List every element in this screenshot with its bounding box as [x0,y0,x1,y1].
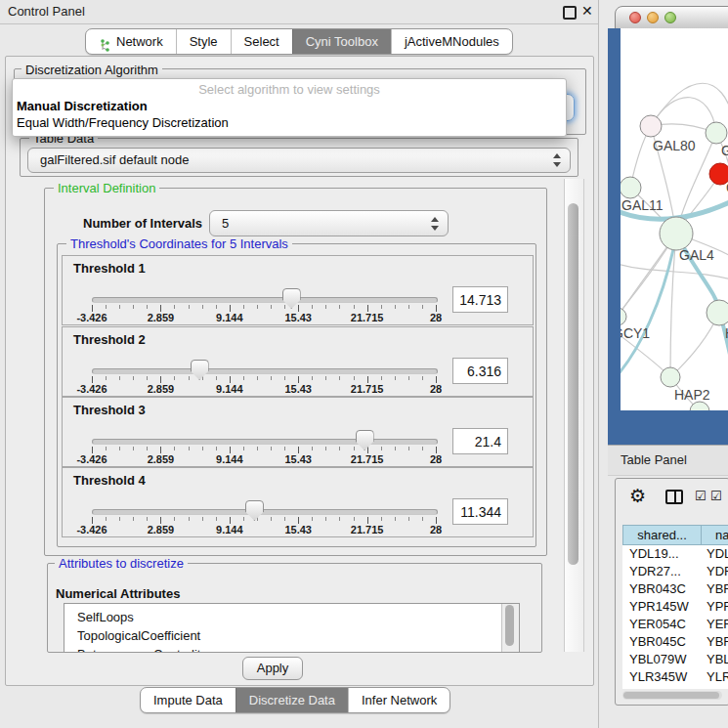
panel-scrollbar-thumb[interactable] [568,203,578,565]
threshold-value-field[interactable]: 14.713 [452,286,508,313]
close-icon[interactable]: ✕ [581,3,593,19]
network-node-gcy1[interactable] [621,308,626,325]
tick-mark [92,447,93,453]
cell-shared-name: YDR27... [622,563,702,580]
table-rows: YDL19...YDL1YDR27...YDR2YBR043CYBR0YPR14… [622,545,728,689]
tick-mark [106,447,107,450]
tick-mark [284,447,285,450]
tick-mark [395,517,396,521]
threshold-value-field[interactable]: 6.316 [452,358,508,384]
tick-mark [202,447,203,450]
network-node-h[interactable] [707,300,728,325]
table-horizontal-scrollbar[interactable] [622,691,722,700]
tab-label: Cyni Toolbox [306,29,378,54]
network-window-titlebar[interactable] [615,6,728,30]
scale-label: 28 [430,453,442,465]
number-of-intervals-combo[interactable]: 5 [209,210,449,236]
node-label-gal80: GAL80 [653,138,696,153]
tick-mark [408,376,409,380]
minimize-traffic-light-icon[interactable] [647,12,659,23]
apply-button[interactable]: Apply [242,657,303,680]
table-row[interactable]: YLR345WYLR3 [622,668,728,686]
node-label-gal: GAL [721,143,728,158]
zoom-traffic-light-icon[interactable] [664,12,676,23]
tab-network[interactable]: Network [86,29,176,54]
network-node-hap2[interactable] [661,367,680,387]
network-node-gal80[interactable] [640,115,662,137]
algorithm-option-manual-discretization[interactable]: Manual Discretization [17,99,148,114]
tab-style[interactable]: Style [176,29,231,54]
table-row[interactable]: YIL052CYIL0 [622,686,728,689]
table-scrollbar-thumb[interactable] [623,692,719,699]
tick-mark [230,517,231,524]
tick-mark [230,376,231,383]
list-item[interactable]: TopologicalCoefficient [77,626,200,645]
tab-label: Impute Data [153,688,223,712]
gear-icon[interactable]: ⚙ [629,485,646,506]
table-row[interactable]: YDL19...YDL1 [622,545,728,563]
algorithm-option-equal-width-frequency-discretization[interactable]: Equal Width/Frequency Discretization [17,115,229,131]
attributes-scrollbar-thumb[interactable] [505,605,514,646]
slider-thumb[interactable] [356,430,374,450]
tick-mark [354,517,355,521]
tab-impute-data[interactable]: Impute Data [141,688,236,712]
threshold-value-field[interactable]: 21.4 [452,428,508,454]
scale-label: 9.144 [216,383,243,395]
table-row[interactable]: YDR27...YDR2 [622,563,728,580]
list-item[interactable]: SelfLoops [77,608,134,626]
tab-cyni-toolbox[interactable]: Cyni Toolbox [292,29,391,54]
tick-mark [106,517,107,521]
algorithm-placeholder: Select algorithm to view settings [13,82,566,97]
network-window-frame [621,410,728,445]
tick-mark [160,517,161,524]
tick-mark [119,376,120,380]
network-node-gal[interactable] [706,122,727,144]
columns-icon[interactable] [665,490,683,504]
checkbox-icon[interactable]: ☑ [710,489,722,503]
threshold-value-field[interactable]: 11.344 [452,498,508,525]
network-node[interactable] [690,402,709,410]
column-header-shared-[interactable]: shared... [622,525,702,545]
attributes-list-scrollbar[interactable] [501,604,519,652]
discretization-algorithm-label: Discretization Algorithm [21,63,162,77]
slider-thumb[interactable] [191,360,209,380]
table-row[interactable]: YBL079WYBL0 [622,651,728,668]
network-canvas[interactable]: GAL80GALCGAL11GAL4HGCY1HAP2 [621,28,728,410]
tick-mark [381,517,382,521]
cell-shared-name: YER054C [622,616,702,633]
panel-vertical-scrollbar[interactable] [564,179,584,652]
table-row[interactable]: YPR145WYPR1 [622,598,728,616]
numerical-attributes-list[interactable]: SelfLoopsTopologicalCoefficientBetweenne… [64,603,520,653]
tick-mark [436,305,437,312]
tab-infer-network[interactable]: Infer Network [348,688,450,712]
cell-name: YBL0 [702,651,728,668]
checkbox-icon[interactable]: ☑ [695,489,707,503]
tick-mark [133,517,134,521]
node-label-hap2: HAP2 [674,387,710,403]
slider-thumb[interactable] [245,500,264,521]
table-header-row: shared...na [622,525,728,545]
list-item[interactable]: BetweennessCentrality [77,645,207,653]
number-of-intervals-value: 5 [222,211,229,236]
tick-mark [243,447,244,450]
scale-label: 2.859 [148,453,175,465]
column-header-na[interactable]: na [702,525,728,545]
tick-mark [216,447,217,450]
table-row[interactable]: YBR045CYBR0 [622,633,728,651]
tick-mark [243,305,244,309]
scale-label: 28 [430,383,442,395]
float-window-icon[interactable] [563,6,577,20]
table-row[interactable]: YBR043CYBR0 [622,580,728,598]
tab-select[interactable]: Select [231,29,292,54]
tab-discretize-data[interactable]: Discretize Data [236,688,348,712]
table-row[interactable]: YER054CYER0 [622,616,728,633]
table-data-combo[interactable]: galFiltered.sif default node [27,148,571,173]
tab-jactivemnodules[interactable]: jActiveMNodules [391,29,512,54]
network-svg: GAL80GALCGAL11GAL4HGCY1HAP2 [621,28,728,410]
algorithm-dropdown-popup: Select algorithm to view settings Manual… [12,78,567,137]
network-node-gal11[interactable] [621,177,641,198]
threshold-row: Threshold 2-3.4262.8599.14415.4321.71528… [62,326,534,397]
network-node-gal4[interactable] [660,217,693,250]
tick-mark [284,305,285,309]
close-traffic-light-icon[interactable] [629,12,641,23]
